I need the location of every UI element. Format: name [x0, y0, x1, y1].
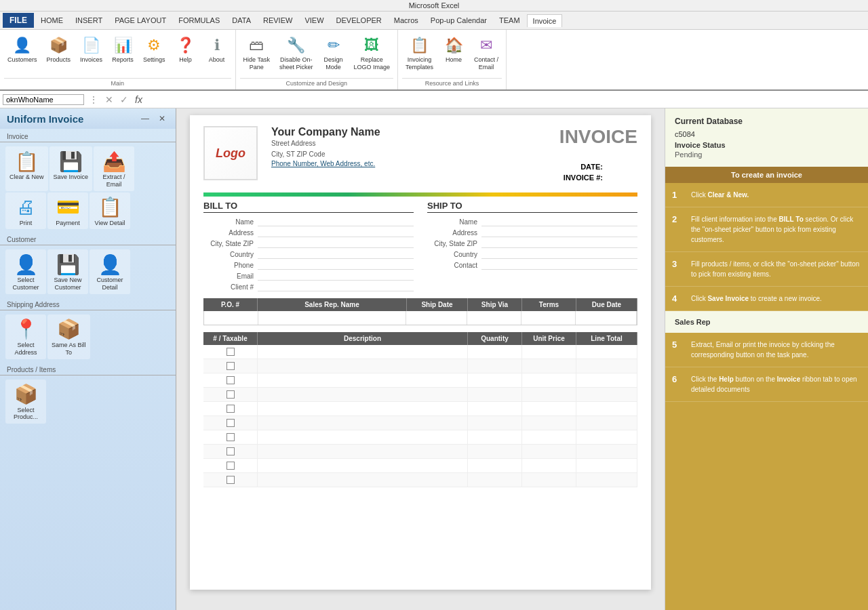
ribbon-help[interactable]: ❓ Help — [172, 33, 200, 66]
bill-client-value[interactable] — [258, 282, 414, 291]
item-desc-10[interactable] — [258, 473, 468, 487]
bill-phone-value[interactable] — [258, 260, 414, 270]
tp-clear-new[interactable]: 📋 Clear & New — [5, 146, 48, 191]
item-total-8[interactable] — [576, 445, 637, 458]
item-taxable-8[interactable] — [203, 445, 258, 458]
po-num-value[interactable] — [204, 311, 258, 325]
menu-macros[interactable]: Macros — [389, 14, 424, 26]
ship-via-value[interactable] — [467, 311, 521, 325]
item-total-2[interactable] — [576, 359, 637, 373]
item-price-10[interactable] — [522, 473, 576, 487]
item-taxable-5[interactable] — [203, 402, 258, 415]
item-total-6[interactable] — [576, 416, 637, 430]
bill-email-value[interactable] — [258, 271, 414, 281]
item-price-6[interactable] — [522, 416, 576, 430]
formula-fx[interactable]: fx — [133, 94, 144, 105]
item-taxable-7[interactable] — [203, 430, 258, 444]
file-menu[interactable]: FILE — [3, 13, 34, 28]
task-pane-minimize[interactable]: — — [138, 113, 153, 125]
ribbon-about[interactable]: ℹ About — [203, 33, 231, 66]
item-price-9[interactable] — [522, 459, 576, 472]
item-desc-7[interactable] — [258, 430, 468, 444]
item-taxable-9[interactable] — [203, 459, 258, 472]
ribbon-disable-onsheet[interactable]: 🔧 Disable On-sheet Picker — [276, 33, 317, 73]
item-desc-5[interactable] — [258, 402, 468, 415]
ribbon-invoicing-templates[interactable]: 📋 InvoicingTemplates — [402, 33, 437, 73]
item-price-7[interactable] — [522, 430, 576, 444]
tp-select-address[interactable]: 📍 SelectAddress — [5, 314, 46, 359]
ship-date-value[interactable] — [406, 311, 467, 325]
item-taxable-6[interactable] — [203, 416, 258, 430]
ribbon-contact-email[interactable]: ✉ Contact /Email — [471, 33, 502, 73]
item-total-3[interactable] — [576, 373, 637, 387]
formula-confirm[interactable]: ✓ — [118, 94, 130, 105]
formula-input[interactable] — [147, 95, 865, 104]
item-qty-5[interactable] — [468, 402, 522, 415]
tp-save-invoice[interactable]: 💾 Save Invoice — [50, 146, 93, 191]
item-total-1[interactable] — [576, 345, 637, 359]
tp-print[interactable]: 🖨 Print — [5, 192, 46, 230]
ribbon-invoices[interactable]: 📄 Invoices — [77, 33, 106, 66]
menu-popup-calendar[interactable]: Pop-up Calendar — [425, 14, 492, 26]
item-taxable-10[interactable] — [203, 473, 258, 487]
sales-rep-value[interactable] — [258, 311, 406, 325]
menu-view[interactable]: VIEW — [299, 14, 329, 26]
tp-select-product[interactable]: 📦 SelectProduc... — [5, 380, 46, 424]
item-total-9[interactable] — [576, 459, 637, 472]
tp-payment[interactable]: 💳 Payment — [47, 192, 88, 230]
due-date-value[interactable] — [576, 311, 637, 325]
item-qty-7[interactable] — [468, 430, 522, 444]
company-phone-web[interactable]: Phone Number, Web Address, etc. — [271, 160, 380, 167]
bill-address-value[interactable] — [258, 228, 414, 237]
item-taxable-4[interactable] — [203, 388, 258, 401]
terms-value[interactable] — [521, 311, 576, 325]
ship-country-value[interactable] — [481, 249, 637, 259]
ribbon-customers[interactable]: 👤 Customers — [4, 33, 41, 66]
menu-team[interactable]: TEAM — [494, 14, 526, 26]
name-box[interactable] — [3, 94, 84, 105]
item-qty-3[interactable] — [468, 373, 522, 387]
ribbon-reports[interactable]: 📊 Reports — [108, 33, 137, 66]
task-pane-close[interactable]: ✕ — [155, 113, 169, 125]
menu-home[interactable]: HOME — [35, 14, 68, 26]
menu-formulas[interactable]: FORMULAS — [173, 14, 225, 26]
ship-address-value[interactable] — [481, 228, 637, 237]
item-qty-6[interactable] — [468, 416, 522, 430]
ship-contact-value[interactable] — [481, 260, 637, 270]
item-qty-4[interactable] — [468, 388, 522, 401]
item-price-3[interactable] — [522, 373, 576, 387]
item-price-1[interactable] — [522, 345, 576, 359]
menu-insert[interactable]: INSERT — [70, 14, 108, 26]
bill-country-value[interactable] — [258, 249, 414, 259]
menu-data[interactable]: DATA — [226, 14, 256, 26]
tp-customer-detail[interactable]: 👤 CustomerDetail — [90, 249, 130, 294]
item-desc-1[interactable] — [258, 345, 468, 359]
item-qty-9[interactable] — [468, 459, 522, 472]
item-desc-9[interactable] — [258, 459, 468, 472]
item-price-2[interactable] — [522, 359, 576, 373]
tp-select-customer[interactable]: 👤 SelectCustomer — [5, 249, 46, 294]
tp-extract-email[interactable]: 📤 Extract /Email — [94, 146, 134, 191]
formula-bar-sep1[interactable]: ⋮ — [87, 94, 100, 105]
item-price-4[interactable] — [522, 388, 576, 401]
item-qty-2[interactable] — [468, 359, 522, 373]
item-desc-4[interactable] — [258, 388, 468, 401]
menu-developer[interactable]: DEVELOPER — [331, 14, 387, 26]
tp-same-as-bill[interactable]: 📦 Same As BillTo — [47, 314, 90, 359]
item-taxable-1[interactable] — [203, 345, 258, 359]
item-total-4[interactable] — [576, 388, 637, 401]
ribbon-replace-logo[interactable]: 🖼 ReplaceLOGO Image — [351, 33, 394, 73]
tp-view-detail[interactable]: 📋 View Detail — [90, 192, 130, 230]
ribbon-products[interactable]: 📦 Products — [43, 33, 75, 66]
item-desc-3[interactable] — [258, 373, 468, 387]
item-qty-1[interactable] — [468, 345, 522, 359]
ribbon-hide-task[interactable]: 🗃 Hide TaskPane — [240, 33, 273, 73]
item-price-5[interactable] — [522, 402, 576, 415]
item-desc-8[interactable] — [258, 445, 468, 458]
menu-invoice[interactable]: Invoice — [527, 14, 563, 27]
item-taxable-2[interactable] — [203, 359, 258, 373]
item-qty-8[interactable] — [468, 445, 522, 458]
item-total-5[interactable] — [576, 402, 637, 415]
item-desc-2[interactable] — [258, 359, 468, 373]
item-desc-6[interactable] — [258, 416, 468, 430]
